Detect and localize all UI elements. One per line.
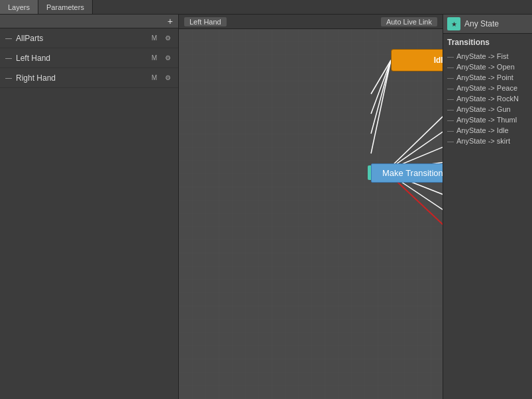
transition-item-6[interactable]: — AnyState -> Thuml: [447, 114, 528, 125]
transition-item-4[interactable]: — AnyState -> RockN: [447, 93, 528, 104]
arrows-svg: [179, 15, 443, 399]
layer-allparts-label: AllParts: [16, 34, 149, 43]
layer-righthand-label: Right Hand: [16, 73, 149, 83]
m-badge-righthand[interactable]: M: [149, 73, 160, 83]
svg-line-9: [371, 60, 391, 114]
canvas-toolbar: Left Hand Auto Live Link: [179, 15, 443, 29]
canvas-area[interactable]: Left Hand Auto Live Link: [179, 15, 443, 399]
transition-item-1[interactable]: — AnyState -> Open: [447, 62, 528, 72]
layer-lefthand-label: Left Hand: [16, 54, 149, 63]
transition-item-3[interactable]: — AnyState -> Peace: [447, 83, 528, 93]
layer-allparts-badges: M ⚙: [149, 33, 173, 44]
gear-badge-righthand[interactable]: ⚙: [162, 73, 173, 83]
main-area: + — AllParts M ⚙ — Left Hand M ⚙ — Right…: [0, 15, 532, 399]
gear-badge-lefthand[interactable]: ⚙: [162, 53, 173, 64]
add-layer-button[interactable]: +: [165, 16, 176, 26]
top-bar: Layers Parameters: [0, 0, 532, 15]
canvas-toolbar-right[interactable]: Auto Live Link: [381, 17, 437, 26]
right-panel: ★ Any State Transitions — AnyState -> Fi…: [443, 15, 532, 399]
transition-item-7[interactable]: — AnyState -> Idle: [447, 125, 528, 136]
right-panel-title: Any State: [464, 19, 499, 28]
svg-line-10: [371, 60, 391, 134]
any-state-icon: ★: [447, 17, 460, 30]
expand-icon-lefthand: —: [5, 54, 12, 62]
transition-item-5[interactable]: — AnyState -> Gun: [447, 104, 528, 114]
m-badge-allparts[interactable]: M: [149, 33, 160, 44]
make-transition-menu[interactable]: Make Transition: [371, 163, 443, 183]
tab-parameters[interactable]: Parameters: [38, 0, 93, 14]
layer-allparts[interactable]: — AllParts M ⚙: [0, 28, 178, 48]
transition-item-2[interactable]: — AnyState -> Point: [447, 72, 528, 83]
svg-line-1: [388, 91, 443, 170]
transitions-section: Transitions — AnyState -> Fist — AnyStat…: [443, 34, 532, 150]
svg-line-7: [388, 173, 443, 281]
transitions-label: Transitions: [447, 38, 528, 47]
transition-item-8[interactable]: — AnyState -> skirt: [447, 136, 528, 146]
layer-righthand-badges: M ⚙: [149, 73, 173, 83]
layer-righthand[interactable]: — Right Hand M ⚙: [0, 68, 178, 88]
svg-line-11: [371, 60, 391, 154]
state-idle[interactable]: Idle: [391, 49, 443, 71]
expand-icon-allparts: —: [5, 34, 12, 42]
svg-line-6: [388, 173, 443, 249]
layer-lefthand[interactable]: — Left Hand M ⚙: [0, 48, 178, 68]
svg-line-0: [388, 59, 443, 170]
expand-icon-righthand: —: [5, 74, 12, 81]
gear-badge-allparts[interactable]: ⚙: [162, 33, 173, 44]
svg-line-8: [371, 60, 391, 94]
transition-item-0[interactable]: — AnyState -> Fist: [447, 51, 528, 62]
m-badge-lefthand[interactable]: M: [149, 53, 160, 64]
left-panel: + — AllParts M ⚙ — Left Hand M ⚙ — Right…: [0, 15, 179, 399]
tab-layers[interactable]: Layers: [0, 0, 38, 14]
right-panel-header: ★ Any State: [443, 15, 532, 34]
layer-lefthand-badges: M ⚙: [149, 53, 173, 64]
left-panel-header: +: [0, 15, 178, 28]
canvas-toolbar-left: Left Hand: [184, 17, 227, 26]
